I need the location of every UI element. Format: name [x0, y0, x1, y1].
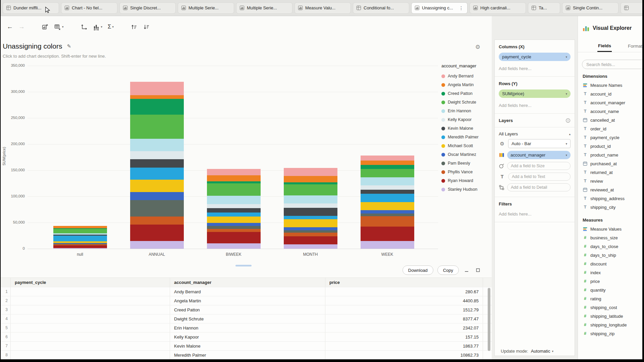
- field-index[interactable]: #index: [583, 268, 642, 277]
- bar-week[interactable]: [361, 156, 414, 249]
- legend-item-stanley-hudson[interactable]: Stanley Hudson: [441, 185, 490, 194]
- bar-segment[interactable]: [361, 241, 414, 249]
- field-shipping-latitude[interactable]: #shipping_latitude: [583, 312, 642, 320]
- field-rating[interactable]: #rating: [583, 294, 642, 303]
- add-chart-button[interactable]: [39, 21, 51, 33]
- legend-item-dwight-schrute[interactable]: Dwight Schrute: [441, 98, 490, 107]
- field-account-manager[interactable]: Taccount_manager: [583, 98, 642, 107]
- field-review[interactable]: Treview: [583, 177, 642, 185]
- bar-segment[interactable]: [207, 229, 261, 232]
- bar-segment[interactable]: [361, 177, 414, 185]
- bar-segment[interactable]: [361, 169, 414, 177]
- field-shipping-address[interactable]: Tshipping_address: [583, 194, 642, 203]
- maximize-button[interactable]: [474, 266, 482, 274]
- rows-field-pill[interactable]: SUM(price) ▾: [499, 89, 571, 98]
- bar-segment[interactable]: [207, 208, 261, 212]
- field-product-id[interactable]: Tproduct_id: [583, 142, 642, 150]
- bar-segment[interactable]: [284, 227, 337, 230]
- field-order-id[interactable]: Torder_id: [583, 124, 642, 133]
- tab-unassigning-c[interactable]: Unassigning c...⋮: [411, 2, 468, 14]
- field-shipping-cost[interactable]: #shipping_cost: [583, 303, 642, 312]
- columns-drop-target[interactable]: Add fields here...: [499, 66, 571, 71]
- bar-segment[interactable]: [284, 233, 337, 236]
- tab-single-discret[interactable]: Single Discret...: [119, 2, 176, 14]
- tab-high-cardinali[interactable]: High cardinali...: [470, 2, 526, 14]
- bar-segment[interactable]: [361, 216, 414, 227]
- detail-drop-target[interactable]: Add a field to Detail: [507, 183, 571, 191]
- table-row[interactable]: 5Erin Hannon2342.07: [1, 323, 492, 333]
- tab-chart-no-fiel[interactable]: Chart - No fiel...: [61, 2, 117, 14]
- chart-scrollbar-thumb[interactable]: [235, 265, 252, 266]
- table-row[interactable]: 1Andy Bernard280.67: [1, 287, 492, 296]
- field-payment-cycle[interactable]: Tpayment_cycle: [583, 133, 642, 142]
- table-row[interactable]: 3Creed Patton1512.79: [1, 305, 492, 314]
- back-button[interactable]: ←: [4, 21, 16, 33]
- bar-segment[interactable]: [361, 202, 414, 210]
- gear-icon[interactable]: ⚙: [499, 141, 505, 147]
- table-row[interactable]: 7Kevin Malone1863.77: [1, 342, 492, 351]
- edit-title-icon[interactable]: ✎: [67, 43, 71, 49]
- bar-segment[interactable]: [207, 183, 261, 196]
- bar-segment[interactable]: [130, 95, 184, 99]
- field-account-name[interactable]: Taccount_name: [583, 107, 642, 116]
- search-fields-input[interactable]: [582, 60, 642, 69]
- bar-segment[interactable]: [284, 236, 337, 244]
- bar-segment[interactable]: [207, 196, 261, 204]
- bar-segment[interactable]: [284, 230, 337, 233]
- legend-item-phyllis-vance[interactable]: Phyllis Vance: [441, 168, 490, 176]
- columns-field-pill[interactable]: payment_cycle ▾: [499, 53, 571, 61]
- bar-segment[interactable]: [284, 195, 337, 203]
- table-row[interactable]: 6Kelly Kapoor157.15: [1, 333, 492, 342]
- field-days-to-close[interactable]: #days_to_close: [583, 242, 642, 251]
- text-shelf-icon[interactable]: T: [499, 174, 505, 179]
- field-shipping-longitude[interactable]: #shipping_longitude: [583, 320, 642, 329]
- legend-item-creed-patton[interactable]: Creed Patton: [441, 89, 490, 98]
- bar-segment[interactable]: [361, 227, 414, 241]
- column-header-payment-cycle[interactable]: payment_cycle: [11, 278, 170, 287]
- field-measure-names[interactable]: Measure Names: [583, 81, 642, 89]
- field-quantity[interactable]: #quantity: [583, 286, 642, 294]
- bar-segment[interactable]: [361, 210, 414, 213]
- bar-segment[interactable]: [284, 168, 337, 176]
- bar-segment[interactable]: [361, 190, 414, 194]
- detail-shelf-icon[interactable]: [499, 185, 504, 190]
- bar-biweek[interactable]: [207, 169, 261, 249]
- bar-segment[interactable]: [130, 225, 184, 241]
- field-reviewed-at[interactable]: reviewed_at: [583, 185, 642, 194]
- sort-ascending-button[interactable]: [128, 21, 140, 33]
- copy-button[interactable]: Copy: [437, 265, 459, 275]
- size-shelf-icon[interactable]: [499, 163, 504, 169]
- aggregate-button[interactable]: Σ▾: [105, 21, 116, 32]
- color-shelf-icon[interactable]: [499, 152, 504, 158]
- bar-segment[interactable]: [130, 159, 184, 167]
- bar-segment[interactable]: [130, 82, 184, 96]
- bar-segment[interactable]: [361, 165, 414, 169]
- bar-segment[interactable]: [130, 200, 184, 216]
- bar-segment[interactable]: [53, 226, 107, 228]
- update-mode-select[interactable]: Automatic▾: [531, 349, 553, 354]
- table-options-button[interactable]: ▾: [51, 21, 66, 33]
- bar-segment[interactable]: [207, 226, 261, 229]
- bar-segment[interactable]: [361, 214, 414, 217]
- bar-segment[interactable]: [284, 244, 337, 248]
- legend-item-kevin-malone[interactable]: Kevin Malone: [441, 124, 490, 133]
- field-business-size[interactable]: #business_size: [583, 233, 642, 242]
- field-returned-at[interactable]: Treturned_at: [583, 168, 642, 177]
- bar-segment[interactable]: [130, 115, 184, 139]
- minimize-button[interactable]: [463, 266, 470, 274]
- legend-item-erin-hannon[interactable]: Erin Hannon: [441, 107, 490, 115]
- rows-drop-target[interactable]: Add fields here...: [499, 103, 571, 108]
- chart-type-button[interactable]: ▾: [90, 21, 105, 33]
- bar-segment[interactable]: [284, 176, 337, 182]
- bar-segment[interactable]: [130, 99, 184, 115]
- field-discount[interactable]: #discount: [583, 259, 642, 268]
- table-row[interactable]: 8Meredith Palmer10862.73: [1, 351, 492, 359]
- bar-segment[interactable]: [207, 213, 261, 217]
- bar-annual[interactable]: [130, 82, 184, 249]
- bar-segment[interactable]: [361, 194, 414, 202]
- bar-segment[interactable]: [130, 217, 184, 225]
- sort-descending-button[interactable]: [140, 21, 153, 33]
- bar-segment[interactable]: [361, 156, 414, 161]
- field-account-id[interactable]: Taccount_id: [583, 89, 642, 98]
- bar-segment[interactable]: [207, 169, 261, 175]
